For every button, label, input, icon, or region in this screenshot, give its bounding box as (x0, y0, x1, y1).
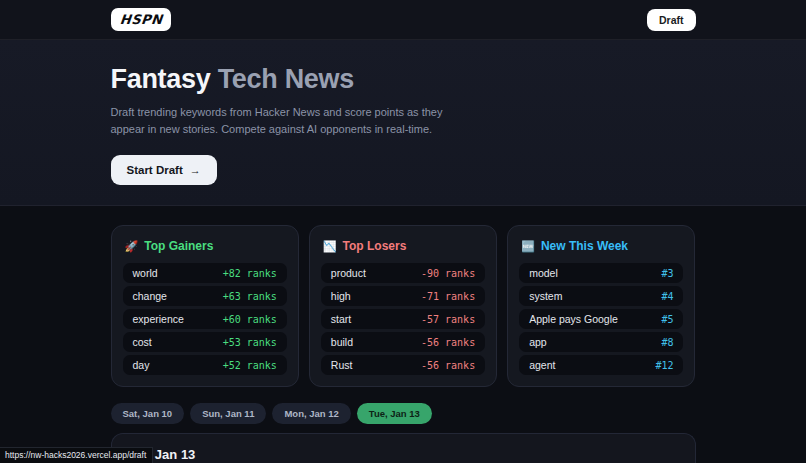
top-losers-header: 📉 Top Losers (323, 239, 485, 253)
keyword-row[interactable]: Rust -56 ranks (321, 355, 485, 375)
keyword-label: app (529, 336, 547, 348)
page-title-secondary: Tech News (218, 64, 354, 94)
keyword-row[interactable]: system #4 (519, 286, 683, 306)
rank-change-value: +52 ranks (223, 360, 277, 371)
keyword-label: system (529, 290, 562, 302)
rank-position-value: #12 (655, 360, 673, 371)
new-this-week-card: 🆕 New This Week model #3 system #4 Apple… (507, 225, 695, 387)
rank-change-value: -56 ranks (421, 337, 475, 348)
rank-change-value: +63 ranks (223, 291, 277, 302)
keyword-label: cost (133, 336, 152, 348)
chart-decreasing-icon: 📉 (323, 240, 337, 253)
top-losers-card: 📉 Top Losers product -90 ranks high -71 … (309, 225, 497, 387)
keyword-row[interactable]: agent #12 (519, 355, 683, 375)
hspn-logo[interactable]: HSPN (111, 8, 172, 31)
arrow-right-icon: → (190, 164, 201, 176)
tab-sat-jan-10[interactable]: Sat, Jan 10 (111, 403, 185, 424)
keyword-label: change (133, 290, 167, 302)
keyword-label: Rust (331, 359, 353, 371)
rank-position-value: #8 (661, 337, 673, 348)
new-this-week-title: New This Week (541, 239, 628, 253)
summary-cards: 🚀 Top Gainers world +82 ranks change +63… (111, 225, 696, 387)
keyword-row[interactable]: day +52 ranks (123, 355, 287, 375)
rank-position-value: #4 (661, 291, 673, 302)
start-draft-button[interactable]: Start Draft → (111, 155, 217, 185)
keyword-label: product (331, 267, 366, 279)
keyword-label: day (133, 359, 150, 371)
top-navigation: HSPN Draft (0, 0, 806, 40)
keyword-label: build (331, 336, 353, 348)
draft-nav-button[interactable]: Draft (647, 9, 696, 31)
rank-position-value: #3 (661, 268, 673, 279)
keyword-row[interactable]: app #8 (519, 332, 683, 352)
top-gainers-title: Top Gainers (144, 239, 213, 253)
keyword-label: model (529, 267, 558, 279)
keyword-label: world (133, 267, 158, 279)
main-content: 🚀 Top Gainers world +82 ranks change +63… (0, 206, 806, 463)
keyword-row[interactable]: cost +53 ranks (123, 332, 287, 352)
rank-change-value: +53 ranks (223, 337, 277, 348)
keyword-row[interactable]: experience +60 ranks (123, 309, 287, 329)
link-preview-status-bar: https://nw-hacks2026.vercel.app/draft (0, 447, 153, 463)
keyword-label: start (331, 313, 351, 325)
keyword-label: Apple pays Google (529, 313, 618, 325)
top-losers-title: Top Losers (343, 239, 407, 253)
start-draft-label: Start Draft (127, 164, 183, 176)
page-title: Fantasy Tech News (111, 64, 696, 95)
keyword-label: agent (529, 359, 555, 371)
rank-change-value: -57 ranks (421, 314, 475, 325)
day-panel-title: Tue, Jan 13 (126, 447, 681, 462)
rocket-icon: 🚀 (125, 240, 139, 253)
date-tabs: Sat, Jan 10 Sun, Jan 11 Mon, Jan 12 Tue,… (111, 403, 696, 424)
tab-sun-jan-11[interactable]: Sun, Jan 11 (190, 403, 266, 424)
rank-change-value: -56 ranks (421, 360, 475, 371)
rank-change-value: -90 ranks (421, 268, 475, 279)
tab-mon-jan-12[interactable]: Mon, Jan 12 (272, 403, 350, 424)
keyword-row[interactable]: start -57 ranks (321, 309, 485, 329)
keyword-label: high (331, 290, 351, 302)
rank-change-value: +82 ranks (223, 268, 277, 279)
top-gainers-card: 🚀 Top Gainers world +82 ranks change +63… (111, 225, 299, 387)
tab-tue-jan-13[interactable]: Tue, Jan 13 (357, 403, 432, 424)
keyword-row[interactable]: product -90 ranks (321, 263, 485, 283)
top-gainers-header: 🚀 Top Gainers (125, 239, 287, 253)
rank-change-value: +60 ranks (223, 314, 277, 325)
keyword-row[interactable]: change +63 ranks (123, 286, 287, 306)
keyword-row[interactable]: build -56 ranks (321, 332, 485, 352)
day-detail-panel: Tue, Jan 13 14,582 posts & comments anal… (111, 433, 696, 463)
new-this-week-header: 🆕 New This Week (521, 239, 683, 253)
page-title-primary: Fantasy (111, 64, 218, 94)
hspn-logo-text: HSPN (119, 12, 163, 27)
new-badge-icon: 🆕 (521, 240, 535, 253)
keyword-label: experience (133, 313, 184, 325)
keyword-row[interactable]: world +82 ranks (123, 263, 287, 283)
keyword-row[interactable]: Apple pays Google #5 (519, 309, 683, 329)
hero-section: Fantasy Tech News Draft trending keyword… (0, 40, 806, 206)
rank-change-value: -71 ranks (421, 291, 475, 302)
page-subtitle: Draft trending keywords from Hacker News… (111, 104, 456, 138)
keyword-row[interactable]: high -71 ranks (321, 286, 485, 306)
keyword-row[interactable]: model #3 (519, 263, 683, 283)
rank-position-value: #5 (661, 314, 673, 325)
